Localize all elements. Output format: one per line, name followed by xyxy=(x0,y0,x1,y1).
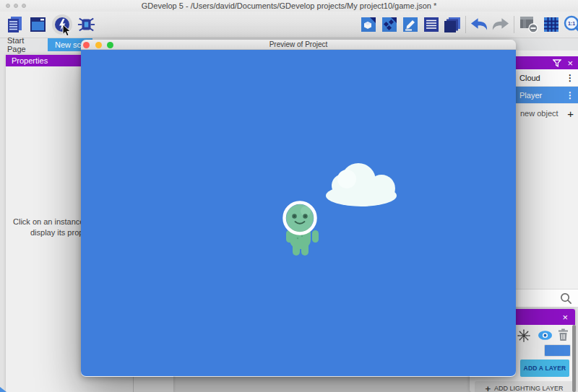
visibility-eye-icon[interactable] xyxy=(538,330,553,341)
preview-window-title: Preview of Project xyxy=(81,40,516,50)
scene-properties-icon[interactable] xyxy=(359,14,377,35)
project-manager-icon[interactable] xyxy=(6,14,24,35)
delete-trash-icon[interactable] xyxy=(558,328,569,341)
tab-start-page[interactable]: Start Page xyxy=(0,38,45,51)
add-object-label: new object xyxy=(520,109,558,118)
toolbar-separator xyxy=(465,16,466,33)
objects-panel: × Cloud ⋮ Player ⋮ new object + xyxy=(516,51,578,308)
layer-color-swatch[interactable] xyxy=(544,344,571,357)
plus-icon: + xyxy=(486,383,491,392)
gdevelop-app-window: GDevelop 5 - /Users/david/Documents/GDev… xyxy=(0,0,578,392)
toolbar-separator xyxy=(514,16,514,33)
main-toolbar: 1:1 xyxy=(0,12,578,38)
object-menu-icon[interactable]: ⋮ xyxy=(566,90,574,100)
toolbar-left-group xyxy=(6,14,95,35)
preview-game-canvas[interactable] xyxy=(81,50,516,376)
object-row-player[interactable]: Player ⋮ xyxy=(516,87,578,104)
preview-icon[interactable] xyxy=(52,14,72,35)
toolbar-right-group: 1:1 xyxy=(359,14,578,35)
instances-icon[interactable] xyxy=(380,14,398,35)
object-label: Cloud xyxy=(519,74,540,82)
window-title: GDevelop 5 - /Users/david/Documents/GDev… xyxy=(0,1,578,10)
object-search-bar[interactable] xyxy=(516,289,578,308)
window-icon[interactable] xyxy=(29,14,47,35)
object-label: Player xyxy=(519,91,542,100)
vertical-scrollbar[interactable] xyxy=(572,325,576,392)
undo-icon[interactable] xyxy=(470,14,488,35)
grid-icon[interactable] xyxy=(542,14,560,35)
zoom-level-label: 1:1 xyxy=(567,21,574,26)
add-object-icon[interactable]: + xyxy=(567,108,574,120)
close-objects-panel-icon[interactable]: × xyxy=(567,58,573,68)
object-row-cloud[interactable]: Cloud ⋮ xyxy=(516,69,578,87)
close-layers-panel-icon[interactable]: × xyxy=(562,313,568,322)
instances-list-icon[interactable] xyxy=(422,14,440,35)
debugger-icon[interactable] xyxy=(77,14,95,35)
properties-panel-title: Properties xyxy=(12,56,48,65)
player-sprite xyxy=(285,203,319,256)
add-lighting-layer-button[interactable]: + ADD LIGHTING LAYER xyxy=(475,381,574,392)
object-menu-icon[interactable]: ⋮ xyxy=(566,73,574,83)
search-icon xyxy=(560,292,572,305)
preview-window: Preview of Project xyxy=(81,40,516,377)
window-titlebar: GDevelop 5 - /Users/david/Documents/GDev… xyxy=(0,0,578,12)
layers-icon[interactable] xyxy=(443,14,461,35)
mask-icon[interactable] xyxy=(519,14,539,35)
background-selection-wedge xyxy=(0,387,7,392)
panel-divider xyxy=(133,377,134,392)
objects-panel-header: × xyxy=(516,56,578,69)
preview-window-titlebar[interactable]: Preview of Project xyxy=(81,40,516,50)
add-object-row[interactable]: new object + xyxy=(516,105,578,121)
add-layer-button[interactable]: ADD A LAYER xyxy=(520,360,569,377)
mouse-cursor-icon xyxy=(62,24,72,37)
edit-scene-icon[interactable] xyxy=(401,14,419,35)
zoom-icon[interactable]: 1:1 xyxy=(563,14,578,35)
filter-icon[interactable] xyxy=(553,59,561,67)
cloud-sprite xyxy=(326,163,397,206)
lighting-icon[interactable] xyxy=(517,329,530,342)
redo-icon[interactable] xyxy=(491,14,509,35)
